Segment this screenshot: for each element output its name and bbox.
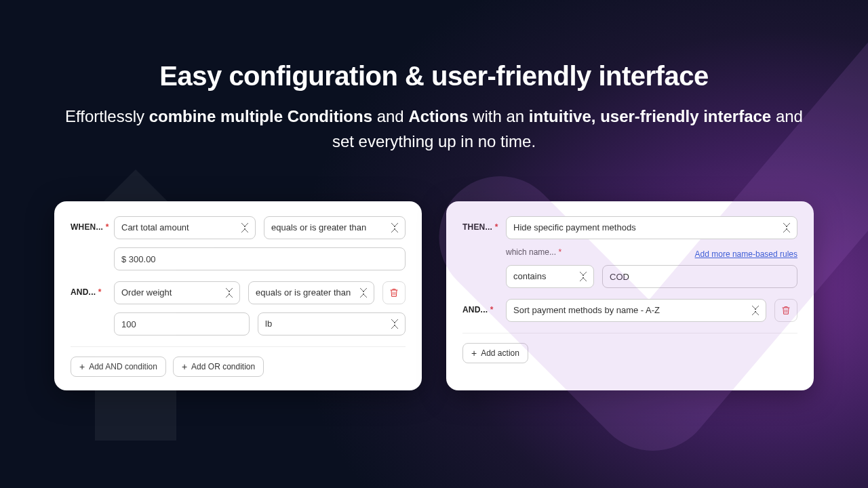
condition-operator-select[interactable]: equals or is greater than: [264, 216, 406, 239]
condition-field-select[interactable]: Order weight: [114, 281, 240, 304]
action-select[interactable]: Sort payment methods by name - A-Z: [506, 299, 766, 322]
condition-field-select[interactable]: Cart total amount: [114, 216, 256, 239]
condition-unit-select[interactable]: lb: [258, 312, 406, 336]
background-arrow-icon: [54, 169, 217, 441]
background-check-icon: [393, 0, 868, 488]
action-select[interactable]: Hide specific payment methods: [506, 216, 797, 239]
match-operator-select[interactable]: contains: [506, 265, 594, 288]
condition-operator-select[interactable]: equals or is greater than: [248, 281, 374, 304]
